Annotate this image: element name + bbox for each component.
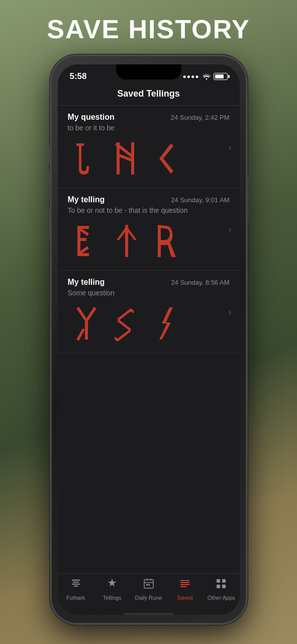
telling-question: Some question: [68, 289, 230, 297]
battery-fill: [215, 74, 224, 78]
rune-glyph: [108, 137, 143, 180]
empty-space: [58, 353, 240, 454]
telling-name: My telling: [68, 195, 105, 204]
telling-item[interactable]: My telling 24 Sunday, 8:56 AM Some quest…: [58, 271, 240, 353]
page-title: SAVE HISTORY: [0, 14, 297, 44]
volume-down-button: [49, 209, 51, 239]
tab-tellings-label: Tellings: [103, 595, 122, 601]
phone-mockup: 5:58 ●●●● Saved Tellings: [51, 55, 247, 624]
telling-question: to be or it to be: [68, 124, 230, 132]
saved-icon: [179, 578, 191, 593]
svg-rect-0: [144, 580, 153, 588]
tab-futhark-label: Futhark: [66, 595, 85, 601]
telling-runes: [68, 137, 230, 180]
svg-rect-7: [222, 579, 226, 583]
svg-rect-4: [146, 584, 148, 586]
tab-other-apps-label: Other Apps: [208, 595, 235, 601]
svg-rect-9: [222, 585, 226, 588]
mute-button: [49, 146, 51, 164]
rune-glyph: [68, 219, 103, 262]
rune-glyph: [68, 137, 103, 180]
telling-runes: [68, 219, 230, 262]
tellings-icon: [106, 578, 118, 593]
status-icons: ●●●●: [183, 73, 228, 80]
rune-glyph: [108, 302, 143, 345]
svg-rect-5: [148, 584, 150, 586]
futhark-icon: [70, 578, 82, 593]
tab-bar: Futhark Tellings: [58, 573, 240, 611]
rune-glyph: [148, 302, 183, 345]
power-button: [246, 176, 248, 221]
tab-other-apps[interactable]: Other Apps: [203, 578, 239, 601]
telling-item[interactable]: My telling 24 Sunday, 9:01 AM To be or n…: [58, 188, 240, 271]
daily-rune-icon: [143, 578, 155, 593]
signal-icon: ●●●●: [183, 73, 200, 80]
content-area: My question 24 Sunday, 2:42 PM to be or …: [58, 106, 240, 573]
nav-title: Saved Tellings: [58, 85, 240, 106]
tab-futhark[interactable]: Futhark: [58, 578, 94, 601]
telling-name: My question: [68, 113, 115, 122]
other-apps-icon: [215, 578, 227, 593]
volume-up-button: [49, 171, 51, 201]
telling-header: My question 24 Sunday, 2:42 PM: [68, 113, 230, 122]
tab-daily-rune-label: Daily Rune: [135, 595, 162, 601]
home-indicator: [124, 613, 174, 615]
telling-date: 24 Sunday, 2:42 PM: [171, 114, 230, 121]
rune-glyph: [108, 219, 143, 262]
telling-header: My telling 24 Sunday, 8:56 AM: [68, 278, 230, 287]
battery-icon: [214, 73, 228, 80]
status-time: 5:58: [70, 71, 87, 82]
rune-glyph: [68, 302, 103, 345]
telling-question: To be or not to be - that is the questio…: [68, 206, 230, 214]
tab-tellings[interactable]: Tellings: [94, 578, 130, 601]
screen-content: 5:58 ●●●● Saved Tellings: [58, 64, 240, 615]
tab-saved[interactable]: Saved: [167, 578, 203, 601]
telling-name: My telling: [68, 278, 105, 287]
telling-runes: [68, 302, 230, 345]
telling-header: My telling 24 Sunday, 9:01 AM: [68, 195, 230, 204]
telling-item[interactable]: My question 24 Sunday, 2:42 PM to be or …: [58, 106, 240, 188]
rune-glyph: [148, 219, 183, 262]
telling-date: 24 Sunday, 9:01 AM: [171, 196, 229, 204]
tab-daily-rune[interactable]: Daily Rune: [130, 578, 166, 601]
rune-glyph: [148, 137, 183, 180]
phone-shell: 5:58 ●●●● Saved Tellings: [51, 55, 247, 624]
chevron-right-icon: ›: [229, 224, 232, 234]
svg-rect-6: [217, 579, 220, 583]
wifi-icon: [203, 73, 211, 79]
chevron-right-icon: ›: [229, 306, 232, 317]
svg-rect-8: [217, 585, 220, 588]
tab-saved-label: Saved: [177, 595, 192, 601]
notch: [116, 64, 181, 79]
chevron-right-icon: ›: [229, 141, 232, 152]
phone-screen: 5:58 ●●●● Saved Tellings: [58, 64, 240, 615]
telling-date: 24 Sunday, 8:56 AM: [171, 279, 229, 286]
